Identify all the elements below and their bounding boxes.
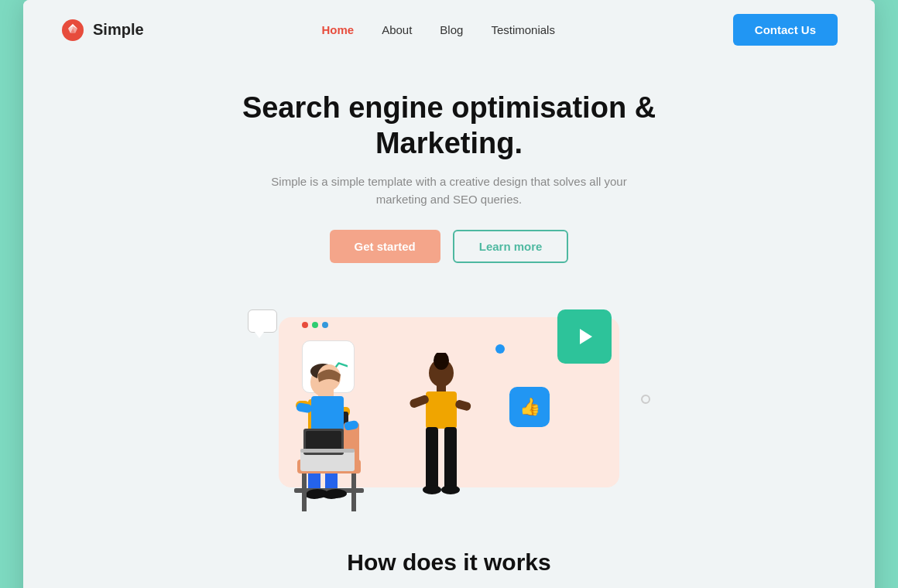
logo-area: Simple	[60, 18, 144, 43]
comment-bubble	[248, 309, 277, 333]
logo-icon	[60, 18, 85, 43]
card-dots	[302, 322, 328, 328]
nav-item-testimonials[interactable]: Testimonials	[491, 23, 555, 37]
nav-link-testimonials[interactable]: Testimonials	[491, 23, 555, 36]
svg-rect-29	[324, 388, 334, 396]
how-section: How does it works One theme that serves …	[23, 518, 875, 588]
nav-link-home[interactable]: Home	[321, 23, 354, 36]
how-subtitle: One theme that serves as an easy-to-use …	[302, 585, 596, 588]
page-wrapper: Simple Home About Blog Testimonials Cont…	[23, 0, 875, 588]
svg-point-21	[423, 485, 441, 494]
circle-outline-dot-2	[641, 395, 650, 404]
svg-point-22	[441, 485, 460, 494]
how-title: How does it works	[60, 549, 838, 576]
nav-link-blog[interactable]: Blog	[440, 23, 463, 36]
contact-button[interactable]: Contact Us	[733, 14, 838, 46]
svg-rect-16	[426, 391, 457, 429]
person-center	[403, 353, 480, 518]
svg-point-40	[325, 489, 347, 498]
nav-links: Home About Blog Testimonials	[321, 23, 554, 37]
hero-title: Search engine optimisation & Marketing.	[60, 91, 838, 161]
svg-rect-31	[296, 402, 313, 413]
svg-rect-19	[426, 427, 438, 489]
hero-buttons: Get started Learn more	[60, 230, 838, 263]
svg-rect-20	[444, 427, 457, 489]
navbar: Simple Home About Blog Testimonials Cont…	[23, 0, 875, 60]
nav-link-about[interactable]: About	[382, 23, 412, 36]
svg-rect-38	[300, 449, 355, 453]
brand-name: Simple	[93, 21, 144, 39]
learn-more-button[interactable]: Learn more	[453, 230, 569, 263]
nav-item-home[interactable]: Home	[321, 23, 354, 37]
dot-red	[302, 322, 308, 328]
svg-rect-18	[454, 399, 471, 412]
svg-rect-15	[437, 384, 446, 391]
get-started-button[interactable]: Get started	[330, 230, 440, 263]
dot-green	[312, 322, 318, 328]
hero-section: Search engine optimisation & Marketing. …	[23, 60, 875, 302]
hero-subtitle: Simple is a simple template with a creat…	[248, 173, 650, 208]
blue-dot	[495, 344, 505, 354]
dot-blue-small	[322, 322, 328, 328]
svg-point-39	[307, 489, 328, 498]
person-right-svg	[286, 361, 387, 515]
nav-item-blog[interactable]: Blog	[440, 23, 463, 37]
person-right	[286, 361, 387, 518]
like-card: 👍	[509, 387, 550, 427]
illustration-area: 👍	[23, 302, 875, 518]
thumbs-up-icon: 👍	[519, 397, 540, 417]
play-card	[557, 309, 612, 364]
nav-item-about[interactable]: About	[382, 23, 412, 37]
person-center-svg	[403, 353, 480, 515]
play-icon	[580, 329, 592, 344]
